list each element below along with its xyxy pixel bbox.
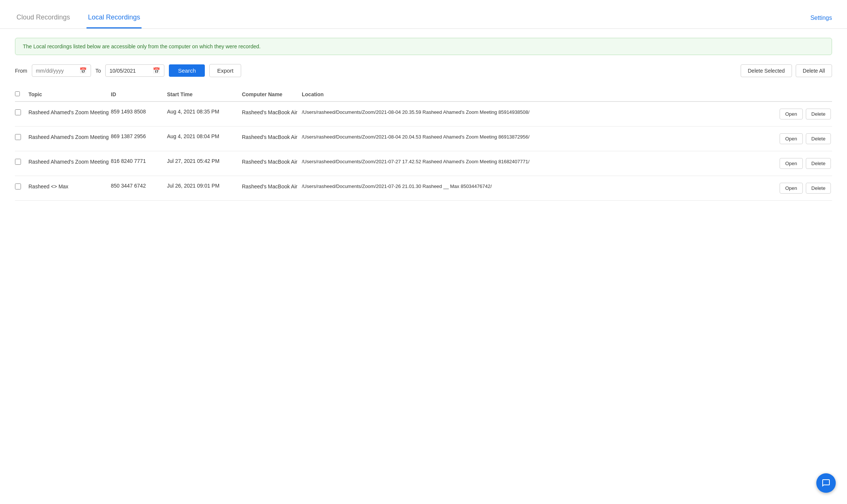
- to-date-input[interactable]: [109, 68, 151, 74]
- table-row: Rasheed Ahamed's Zoom Meeting 816 8240 7…: [15, 151, 832, 176]
- row-3-id: 850 3447 6742: [111, 183, 167, 189]
- row-0-checkbox[interactable]: [15, 109, 21, 115]
- row-1-computer: Rasheed's MacBook Air: [242, 133, 302, 141]
- filters-row: From 📅 To 📅 Search Export Delete Selecte…: [15, 64, 832, 77]
- row-2-location: /Users/rasheed/Documents/Zoom/2021-07-27…: [302, 158, 780, 166]
- row-0-topic: Rasheed Ahamed's Zoom Meeting: [28, 109, 111, 116]
- row-1-location: /Users/rasheed/Documents/Zoom/2021-08-04…: [302, 133, 780, 141]
- table-row: Rasheed <> Max 850 3447 6742 Jul 26, 202…: [15, 176, 832, 201]
- settings-link[interactable]: Settings: [810, 15, 832, 21]
- row-3-start-time: Jul 26, 2021 09:01 PM: [167, 183, 242, 189]
- tab-local-recordings[interactable]: Local Recordings: [86, 7, 142, 28]
- row-1-start-time: Aug 4, 2021 08:04 PM: [167, 133, 242, 139]
- row-1-actions: Open Delete: [780, 133, 832, 144]
- row-3-open-button[interactable]: Open: [780, 183, 803, 194]
- row-1-topic: Rasheed Ahamed's Zoom Meeting: [28, 133, 111, 141]
- main-content: The Local recordings listed below are ac…: [0, 29, 847, 210]
- row-0-start-time: Aug 4, 2021 08:35 PM: [167, 109, 242, 115]
- row-3-checkbox[interactable]: [15, 183, 21, 189]
- tab-cloud-recordings[interactable]: Cloud Recordings: [15, 7, 72, 28]
- banner-text: The Local recordings listed below are ac…: [23, 43, 261, 49]
- row-0-delete-button[interactable]: Delete: [806, 109, 831, 119]
- header: Cloud Recordings Local Recordings Settin…: [0, 0, 847, 29]
- row-3-location: /Users/rasheed/Documents/Zoom/2021-07-26…: [302, 183, 780, 191]
- row-1-id: 869 1387 2956: [111, 133, 167, 139]
- from-label: From: [15, 68, 27, 74]
- row-0-id: 859 1493 8508: [111, 109, 167, 115]
- row-3-check: [15, 183, 28, 189]
- row-2-actions: Open Delete: [780, 158, 832, 169]
- row-2-topic: Rasheed Ahamed's Zoom Meeting: [28, 158, 111, 166]
- recordings-table: Topic ID Start Time Computer Name Locati…: [15, 88, 832, 201]
- to-date-wrapper: 📅: [105, 64, 164, 77]
- row-2-check: [15, 158, 28, 165]
- row-0-check: [15, 109, 28, 115]
- header-actions: [780, 91, 832, 97]
- to-label: To: [95, 68, 101, 74]
- row-2-open-button[interactable]: Open: [780, 158, 803, 169]
- tabs: Cloud Recordings Local Recordings: [15, 7, 142, 28]
- row-0-computer: Rasheed's MacBook Air: [242, 109, 302, 116]
- chat-icon: [822, 479, 831, 488]
- app-container: Cloud Recordings Local Recordings Settin…: [0, 0, 847, 504]
- select-all-checkbox[interactable]: [15, 91, 20, 96]
- row-0-actions: Open Delete: [780, 109, 832, 119]
- table-header: Topic ID Start Time Computer Name Locati…: [15, 88, 832, 102]
- header-start-time: Start Time: [167, 91, 242, 97]
- delete-all-button[interactable]: Delete All: [796, 64, 832, 77]
- row-2-delete-button[interactable]: Delete: [806, 158, 831, 169]
- header-id: ID: [111, 91, 167, 97]
- row-2-checkbox[interactable]: [15, 159, 21, 165]
- info-banner: The Local recordings listed below are ac…: [15, 38, 832, 55]
- row-1-checkbox[interactable]: [15, 134, 21, 140]
- table-row: Rasheed Ahamed's Zoom Meeting 859 1493 8…: [15, 102, 832, 127]
- from-date-input[interactable]: [36, 68, 77, 74]
- row-0-location: /Users/rasheed/Documents/Zoom/2021-08-04…: [302, 109, 780, 116]
- search-button[interactable]: Search: [169, 64, 205, 77]
- chat-bubble-button[interactable]: [816, 473, 836, 493]
- row-3-delete-button[interactable]: Delete: [806, 183, 831, 194]
- row-2-start-time: Jul 27, 2021 05:42 PM: [167, 158, 242, 164]
- header-check: [15, 91, 28, 97]
- row-1-open-button[interactable]: Open: [780, 133, 803, 144]
- header-location: Location: [302, 91, 780, 97]
- right-actions: Delete Selected Delete All: [741, 64, 832, 77]
- from-calendar-icon[interactable]: 📅: [79, 67, 87, 74]
- row-1-check: [15, 133, 28, 140]
- table-row: Rasheed Ahamed's Zoom Meeting 869 1387 2…: [15, 127, 832, 151]
- row-0-open-button[interactable]: Open: [780, 109, 803, 119]
- row-3-actions: Open Delete: [780, 183, 832, 194]
- header-topic: Topic: [28, 91, 111, 97]
- row-3-computer: Rasheed's MacBook Air: [242, 183, 302, 191]
- row-3-topic: Rasheed <> Max: [28, 183, 111, 191]
- to-calendar-icon[interactable]: 📅: [153, 67, 160, 74]
- row-2-computer: Rasheed's MacBook Air: [242, 158, 302, 166]
- header-computer-name: Computer Name: [242, 91, 302, 97]
- delete-selected-button[interactable]: Delete Selected: [741, 64, 792, 77]
- row-1-delete-button[interactable]: Delete: [806, 133, 831, 144]
- export-button[interactable]: Export: [209, 64, 241, 77]
- from-date-wrapper: 📅: [32, 64, 91, 77]
- row-2-id: 816 8240 7771: [111, 158, 167, 164]
